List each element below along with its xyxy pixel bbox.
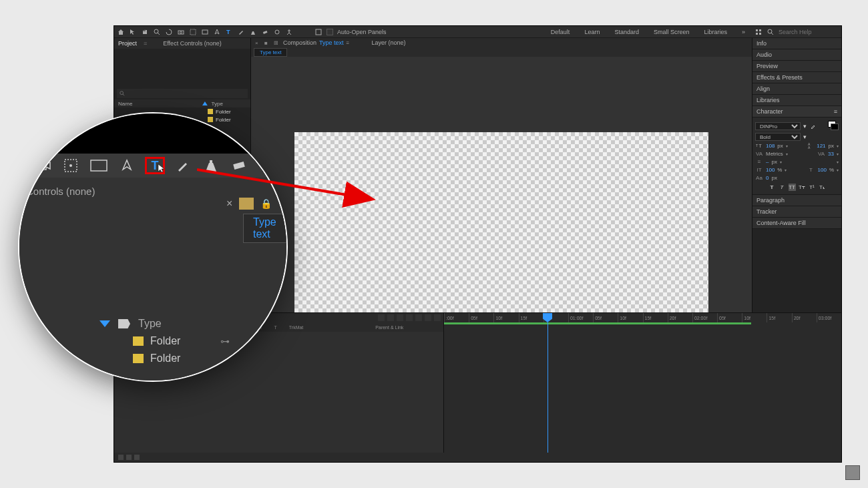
- comp-subtab-typetext[interactable]: Type text: [254, 48, 287, 57]
- zoom-brush-tool-icon[interactable]: [173, 157, 193, 174]
- search-icon[interactable]: [767, 28, 775, 36]
- selection-tool-icon[interactable]: [129, 28, 137, 36]
- current-time-indicator[interactable]: [548, 322, 548, 453]
- tracking-value[interactable]: 33: [828, 151, 834, 157]
- section-tracker[interactable]: Tracker: [752, 206, 841, 218]
- col-t[interactable]: T: [274, 325, 277, 330]
- tab-effect-controls[interactable]: Effect Controls (none): [163, 40, 221, 47]
- timeline-track-area[interactable]: [444, 322, 841, 453]
- zoom-type-tool-selected[interactable]: T: [145, 157, 165, 174]
- tl-mb-icon[interactable]: [406, 314, 413, 321]
- zoom-type-col[interactable]: Type: [138, 318, 162, 330]
- section-align[interactable]: Align: [752, 83, 841, 95]
- search-help-input[interactable]: [779, 29, 839, 35]
- section-content-aware[interactable]: Content-Aware Fill: [752, 218, 841, 229]
- zoom-folder-label[interactable]: Folder: [150, 352, 180, 364]
- all-caps[interactable]: TT: [789, 184, 796, 191]
- font-family-select[interactable]: DINPro: [755, 122, 801, 130]
- zoom-camera-tool-icon[interactable]: [33, 157, 53, 174]
- color-swatch[interactable]: [827, 121, 839, 132]
- tl-fx-icon[interactable]: [397, 314, 403, 321]
- zoom-flow-icon[interactable]: ⊶: [220, 336, 230, 346]
- tab-project[interactable]: Project: [118, 40, 137, 47]
- workspace-grid-icon[interactable]: [754, 28, 763, 36]
- zoom-lock-icon[interactable]: 🔒: [260, 198, 272, 209]
- workspace-small-screen[interactable]: Small Screen: [648, 29, 695, 35]
- font-size-value[interactable]: 108: [766, 143, 775, 149]
- hscale-value[interactable]: 100: [818, 167, 827, 173]
- tl-draft3d-icon[interactable]: [425, 314, 431, 321]
- status-icon-b[interactable]: [126, 455, 132, 460]
- anchor-tool-icon[interactable]: [189, 28, 197, 36]
- project-tab-menu-icon[interactable]: ≡: [144, 40, 147, 47]
- sort-arrow-icon[interactable]: [202, 101, 208, 105]
- zoom-clone-tool-icon[interactable]: [201, 157, 221, 174]
- workspace-standard[interactable]: Standard: [609, 29, 644, 35]
- leading-value[interactable]: 121: [817, 143, 825, 149]
- hand-tool-icon[interactable]: [141, 28, 149, 36]
- zoom-anchor-tool-icon[interactable]: [61, 157, 81, 174]
- zoom-label-tag-icon[interactable]: [118, 319, 130, 328]
- col-parent[interactable]: Parent & Link: [375, 325, 403, 330]
- stroke-over-fill-dd[interactable]: ▾: [837, 160, 839, 164]
- tab-composition-name[interactable]: Type text: [319, 39, 344, 46]
- zoom-typetext-tab[interactable]: Type text: [243, 214, 286, 243]
- zoom-sort-arrow-icon[interactable]: [99, 320, 110, 327]
- project-filter[interactable]: [117, 89, 248, 98]
- font-style-select[interactable]: Bold: [755, 133, 801, 141]
- zoom-tool-icon[interactable]: [153, 28, 161, 36]
- brush-tool-icon[interactable]: [237, 28, 245, 36]
- type-tool-icon[interactable]: T: [225, 28, 233, 36]
- section-preview[interactable]: Preview: [752, 61, 841, 72]
- tl-graph-icon[interactable]: [415, 314, 422, 321]
- comp-lock-icon[interactable]: ■: [264, 40, 271, 46]
- col-type[interactable]: Type: [211, 101, 250, 107]
- subscript[interactable]: T₁: [819, 184, 826, 191]
- zoom-shape-tool-icon[interactable]: [89, 157, 109, 174]
- workspace-libraries[interactable]: Libraries: [698, 29, 732, 35]
- baseline-value[interactable]: 0: [766, 175, 769, 181]
- vscale-value[interactable]: 100: [766, 167, 775, 173]
- workspace-learn[interactable]: Learn: [579, 29, 605, 35]
- superscript[interactable]: T¹: [809, 184, 816, 191]
- eyedropper-icon[interactable]: [809, 123, 817, 130]
- kerning-value[interactable]: Metrics: [766, 151, 783, 157]
- status-icon-c[interactable]: [134, 455, 140, 460]
- section-effects-presets[interactable]: Effects & Presets: [752, 72, 841, 83]
- home-icon[interactable]: [117, 28, 125, 36]
- tab-composition-prefix[interactable]: Composition: [283, 39, 316, 46]
- col-trkmat[interactable]: TrkMat: [289, 325, 304, 330]
- snap-icon[interactable]: [314, 28, 322, 36]
- comp-close-icon[interactable]: ×: [255, 40, 262, 46]
- workspace-more-icon[interactable]: »: [736, 29, 750, 35]
- workspace-default[interactable]: Default: [546, 29, 576, 35]
- camera-tool-icon[interactable]: [177, 28, 185, 36]
- tl-render-icon[interactable]: [434, 314, 441, 321]
- comp-flow-icon[interactable]: ⊞: [274, 40, 280, 46]
- zoom-pen-tool-icon[interactable]: [117, 157, 137, 174]
- zoom-eraser-tool-icon[interactable]: [229, 157, 249, 174]
- rotate-tool-icon[interactable]: [165, 28, 173, 36]
- stroke-value[interactable]: –: [766, 159, 769, 165]
- section-paragraph[interactable]: Paragraph: [752, 195, 841, 206]
- faux-bold[interactable]: T: [769, 184, 776, 191]
- small-caps[interactable]: Tᴛ: [799, 184, 806, 191]
- puppet-tool-icon[interactable]: [285, 28, 293, 36]
- shape-tool-icon[interactable]: [201, 28, 209, 36]
- auto-open-checkbox[interactable]: [327, 29, 333, 35]
- zoom-close-icon[interactable]: ×: [226, 198, 232, 210]
- pen-tool-icon[interactable]: [213, 28, 221, 36]
- section-libraries[interactable]: Libraries: [752, 95, 841, 106]
- avatar[interactable]: [845, 465, 860, 480]
- tl-search-icon[interactable]: [378, 314, 385, 321]
- faux-italic[interactable]: T: [779, 184, 786, 191]
- eraser-tool-icon[interactable]: [261, 28, 269, 36]
- section-info[interactable]: Info: [752, 38, 841, 49]
- section-character[interactable]: Character ≡: [752, 106, 841, 117]
- zoom-folder-label[interactable]: Folder: [150, 335, 180, 347]
- status-icon-a[interactable]: [118, 455, 124, 460]
- clone-tool-icon[interactable]: [249, 28, 257, 36]
- comp-tab-menu-icon[interactable]: ≡: [347, 40, 353, 46]
- roto-tool-icon[interactable]: [273, 28, 281, 36]
- section-audio[interactable]: Audio: [752, 49, 841, 61]
